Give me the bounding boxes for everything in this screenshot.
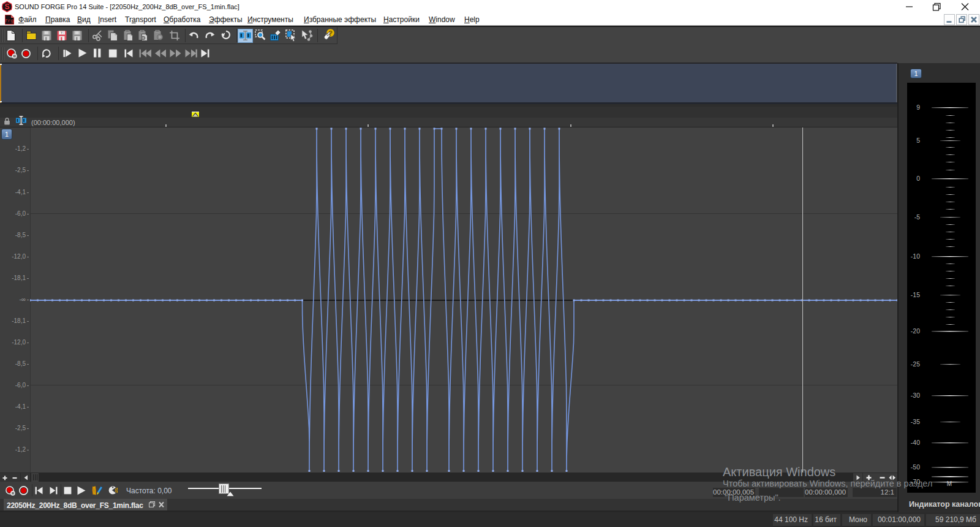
- svg-text:-10: -10: [911, 252, 920, 260]
- svg-text:5: 5: [916, 137, 920, 144]
- svg-text:М: М: [947, 480, 952, 487]
- svg-text:9: 9: [916, 104, 920, 111]
- svg-text:0: 0: [916, 175, 920, 182]
- svg-text:S: S: [4, 2, 9, 11]
- svg-text:-40: -40: [911, 439, 920, 446]
- svg-text:-35: -35: [911, 418, 920, 425]
- svg-text:-20: -20: [911, 327, 920, 335]
- svg-text:-50: -50: [911, 463, 920, 471]
- svg-text:-30: -30: [911, 392, 920, 399]
- svg-text:-5: -5: [914, 213, 920, 221]
- svg-text:?: ?: [61, 31, 62, 35]
- svg-text:-15: -15: [911, 291, 920, 298]
- svg-text:-25: -25: [911, 360, 920, 368]
